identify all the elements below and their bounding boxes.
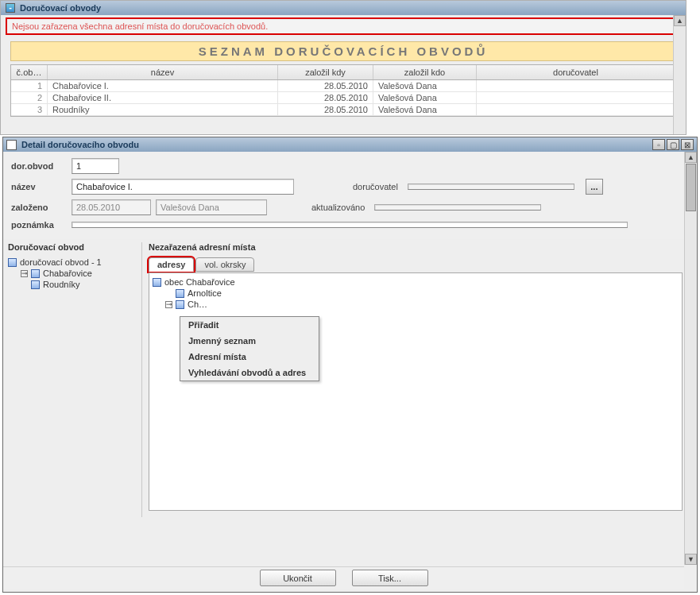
document-icon — [6, 140, 17, 150]
cell-who: Valešová Dana — [373, 92, 477, 103]
context-menu[interactable]: Přiřadit Jmenný seznam Adresní místa Vyh… — [180, 316, 319, 381]
cell-num: 3 — [11, 104, 48, 115]
field-dorucovatel — [408, 184, 574, 190]
label-dorucovatel: doručovatel — [353, 182, 398, 191]
left-tree[interactable]: doručovací obvod - 1 ⊸ Chabařovice Roudn… — [8, 257, 137, 290]
detail-window: Detail doručovacího obvodu ▫ ▢ ⊠ dor.obv… — [2, 137, 698, 593]
menu-adresni[interactable]: Adresní místa — [180, 349, 319, 365]
cell-num: 2 — [11, 92, 48, 103]
lookup-button[interactable]: ... — [586, 179, 603, 195]
tree-root[interactable]: obec Chabařovice — [153, 276, 679, 288]
col-header-num[interactable]: č.ob… — [11, 65, 48, 79]
field-poznamka[interactable] — [72, 222, 628, 228]
field-nazev[interactable]: Chabařovice I. — [72, 179, 294, 195]
scroll-down-icon[interactable]: ▼ — [685, 554, 697, 565]
cell-date: 28.05.2010 — [278, 92, 373, 103]
scroll-up-icon[interactable]: ▲ — [674, 15, 686, 26]
print-button[interactable]: Tisk... — [352, 570, 428, 586]
scroll-thumb[interactable] — [686, 164, 696, 211]
cell-date: 28.05.2010 — [278, 104, 373, 115]
label-poznamka: poznámka — [11, 220, 72, 230]
table-row[interactable]: 1 Chabařovice I. 28.05.2010 Valešová Dan… — [11, 80, 675, 92]
field-aktualizovano — [374, 204, 541, 211]
detail-scrollbar[interactable]: ▲ ▼ — [684, 152, 697, 565]
split-body: Doručovací obvod doručovací obvod - 1 ⊸ … — [3, 239, 697, 520]
cell-num: 1 — [11, 80, 48, 91]
tree-child-label: Arnoltice — [188, 288, 222, 298]
menu-vyhledavani[interactable]: Vyhledávání obvodů a adres — [180, 365, 319, 381]
expand-toggle-icon[interactable]: ⊸ — [165, 301, 172, 308]
label-aktualizovano: aktualizováno — [311, 203, 365, 212]
background-title: Doručovací obvody — [20, 3, 101, 13]
close-button[interactable]: Ukončit — [260, 570, 336, 586]
cell-del — [477, 80, 675, 91]
tree-child[interactable]: ⊸ Ch… — [165, 299, 679, 310]
menu-jmenny[interactable]: Jmenný seznam — [180, 333, 319, 349]
field-dor-obvod[interactable]: 1 — [72, 158, 119, 174]
tree-child[interactable]: Arnoltice — [165, 288, 679, 299]
folder-icon — [31, 280, 40, 289]
window-close-button[interactable]: ⊠ — [681, 139, 694, 150]
cell-who: Valešová Dana — [373, 104, 477, 115]
warning-banner: Nejsou zařazena všechna adresní místa do… — [6, 17, 681, 35]
detail-title: Detail doručovacího obvodu — [21, 140, 139, 149]
right-pane: Nezařazená adresní místa adresy vol. okr… — [141, 242, 683, 517]
table-row[interactable]: 2 Chabařovice II. 28.05.2010 Valešová Da… — [11, 92, 675, 104]
tree-root-label: doručovací obvod - 1 — [20, 257, 102, 267]
field-zalozeno-who: Valešová Dana — [156, 199, 267, 215]
right-tree-box[interactable]: obec Chabařovice Arnoltice ⊸ Ch… Přiřadi… — [149, 272, 683, 511]
background-scrollbar[interactable]: ▲ — [673, 15, 686, 134]
tab-adresy[interactable]: adresy — [149, 257, 194, 272]
tree-root[interactable]: doručovací obvod - 1 — [8, 257, 137, 268]
table-row[interactable]: 3 Roudníky 28.05.2010 Valešová Dana — [11, 104, 675, 116]
cell-who: Valešová Dana — [373, 80, 477, 91]
cell-name: Chabařovice I. — [48, 80, 278, 91]
folder-icon — [176, 289, 184, 298]
button-bar: Ukončit Tisk... — [3, 566, 684, 589]
folder-icon — [8, 258, 17, 267]
menu-priradit[interactable]: Přiřadit — [180, 317, 319, 333]
left-pane: Doručovací obvod doručovací obvod - 1 ⊸ … — [8, 242, 137, 517]
grid-header[interactable]: č.ob… název založil kdy založil kdo doru… — [11, 65, 675, 80]
tree-child-label: Roudníky — [43, 280, 79, 289]
field-zalozeno-date: 28.05.2010 — [72, 199, 151, 215]
label-nazev: název — [11, 182, 72, 191]
form-area: dor.obvod 1 název Chabařovice I. doručov… — [3, 152, 697, 239]
cell-name: Chabařovice II. — [48, 92, 278, 103]
col-header-del[interactable]: doručovatel — [477, 65, 675, 79]
col-header-date[interactable]: založil kdy — [278, 65, 373, 79]
warning-text: Nejsou zařazena všechna adresní místa do… — [12, 21, 268, 31]
window-maximize-button[interactable]: ▢ — [667, 139, 679, 150]
ellipsis-icon: ... — [590, 182, 598, 191]
collapse-toggle-icon[interactable]: ⊸ — [21, 270, 28, 277]
window-minimize-button[interactable]: ▫ — [652, 139, 665, 150]
window-minimize-icon[interactable]: - — [6, 3, 15, 13]
label-zalozeno: založeno — [11, 203, 72, 212]
folder-icon — [31, 269, 40, 278]
tree-child-label: Chabařovice — [43, 269, 92, 278]
district-grid: č.ob… název založil kdy založil kdo doru… — [10, 64, 676, 117]
cell-name: Roudníky — [48, 104, 278, 115]
folder-icon — [153, 278, 161, 287]
folder-icon — [176, 300, 184, 309]
tree-child[interactable]: ⊸ Chabařovice — [21, 268, 137, 279]
tree-child[interactable]: Roudníky — [21, 279, 137, 290]
tabs: adresy vol. okrsky — [149, 257, 683, 271]
scroll-up-icon[interactable]: ▲ — [685, 152, 697, 163]
detail-titlebar[interactable]: Detail doručovacího obvodu ▫ ▢ ⊠ — [3, 137, 697, 152]
col-header-who[interactable]: založil kdo — [373, 65, 477, 79]
col-header-name[interactable]: název — [48, 65, 278, 79]
left-pane-title: Doručovací obvod — [8, 242, 137, 252]
background-window: - Doručovací obvody Nejsou zařazena všec… — [0, 0, 686, 135]
cell-date: 28.05.2010 — [278, 80, 373, 91]
label-dor-obvod: dor.obvod — [11, 161, 72, 171]
tree-root-label: obec Chabařovice — [164, 277, 235, 287]
cell-del — [477, 92, 675, 103]
tab-vol-okrsky[interactable]: vol. okrsky — [195, 257, 254, 272]
background-titlebar[interactable]: - Doručovací obvody — [1, 1, 686, 15]
right-pane-title: Nezařazená adresní místa — [149, 242, 683, 252]
cell-del — [477, 104, 675, 115]
tree-child-label: Ch… — [188, 299, 207, 309]
list-panel-title: SEZNAM DORUČOVACÍCH OBVODŮ — [10, 41, 676, 61]
